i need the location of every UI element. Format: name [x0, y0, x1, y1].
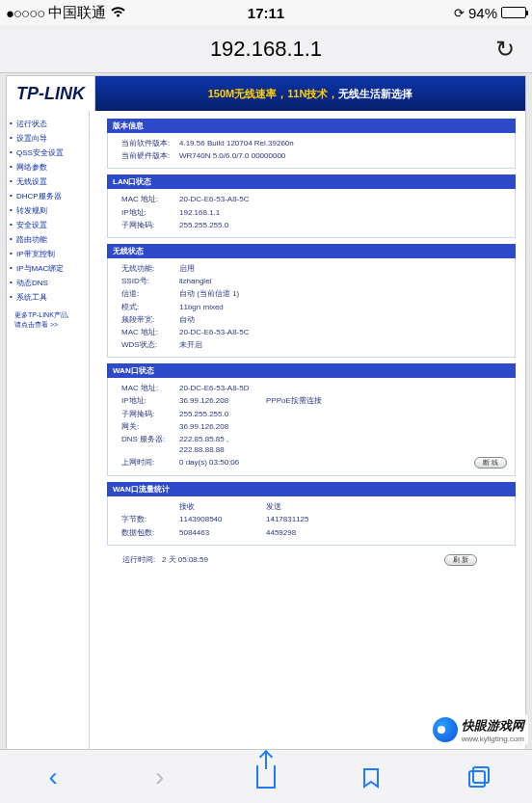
- sidebar-item[interactable]: 动态DNS: [7, 276, 89, 290]
- table-header: 接收发送: [121, 500, 507, 513]
- svg-rect-1: [473, 767, 489, 783]
- info-row: 数据包数:50844634459298: [121, 526, 507, 539]
- bookmarks-button[interactable]: [358, 763, 386, 791]
- svg-rect-0: [469, 771, 485, 787]
- info-row: 当前硬件版本:WR740N 5.0/6.0/7.0 00000000: [121, 149, 507, 162]
- tabs-button[interactable]: [465, 763, 493, 791]
- forward-button[interactable]: ›: [146, 763, 174, 791]
- brand-bar: TP-LINK 150M无线速率，11N技术， 无线生活新选择: [7, 76, 525, 111]
- sidebar-item[interactable]: 无线设置: [7, 174, 89, 189]
- info-row: MAC 地址:20-DC-E6-53-A8-5C: [121, 326, 507, 338]
- reload-icon[interactable]: ↻: [495, 36, 515, 63]
- info-row: 模式:11bgn mixed: [121, 301, 507, 313]
- battery-icon: [501, 7, 526, 18]
- panel-wan: WAN口状态MAC 地址:20-DC-E6-53-A8-5DIP地址:36.99…: [107, 363, 516, 476]
- info-row: 当前软件版本:4.19.56 Build 120704 Rel.39260n: [121, 137, 507, 149]
- wifi-icon: [110, 5, 126, 21]
- sidebar-item[interactable]: QSS安全设置: [7, 146, 89, 160]
- info-row: DNS 服务器:222.85.85.85 , 222.88.88.88: [121, 433, 507, 456]
- safari-toolbar: ‹ ›: [0, 749, 532, 803]
- info-row: 子网掩码:255.255.255.0: [121, 408, 507, 420]
- panel-traffic: WAN口流量统计接收发送字节数:11439085401417831125数据包数…: [107, 482, 516, 546]
- info-row: 网关:36.99.126.208: [121, 420, 507, 433]
- info-row: 子网掩码:255.255.255.0: [121, 219, 507, 231]
- panel-wifi: 无线状态无线功能:启用SSID号:lizhanglei信道:自动 (当前信道 1…: [107, 244, 516, 358]
- panel-lan: LAN口状态MAC 地址:20-DC-E6-53-A8-5CIP地址:192.1…: [107, 174, 516, 238]
- info-row: IP地址:36.99.126.208PPPoE按需连接: [121, 394, 507, 407]
- sidebar-item[interactable]: DHCP服务器: [7, 189, 89, 203]
- content-area: 版本信息当前软件版本:4.19.56 Build 120704 Rel.3926…: [90, 111, 525, 749]
- url-text: 192.168.1.1: [210, 37, 322, 62]
- more-products-link[interactable]: 更多TP-LINK产品,请点击查看 >>: [7, 305, 89, 330]
- runtime-row: 运行时间: 2 天 05:08:59 刷 新: [107, 551, 516, 565]
- sidebar-item[interactable]: 运行状态: [7, 117, 89, 131]
- signal-dots: ●○○○○: [6, 5, 44, 21]
- back-button[interactable]: ‹: [39, 763, 67, 791]
- info-row: MAC 地址:20-DC-E6-53-A8-5C: [121, 193, 507, 205]
- sidebar-item[interactable]: 转发规则: [7, 203, 89, 218]
- share-button[interactable]: [252, 763, 280, 791]
- sidebar-item[interactable]: IP与MAC绑定: [7, 261, 89, 276]
- disconnect-button[interactable]: 断 线: [474, 457, 507, 468]
- battery-percent: 94%: [468, 5, 497, 21]
- watermark-icon: [433, 717, 458, 742]
- info-row: 字节数:11439085401417831125: [121, 513, 507, 525]
- sidebar-item[interactable]: 网络参数: [7, 160, 89, 174]
- sidebar-item[interactable]: IP带宽控制: [7, 247, 89, 261]
- carrier-label: 中国联通: [48, 4, 106, 22]
- sidebar-item[interactable]: 安全设置: [7, 218, 89, 232]
- ios-status-bar: ●○○○○ 中国联通 17:11 ⟳ 94%: [0, 0, 532, 25]
- tplink-logo: TP-LINK: [7, 76, 95, 111]
- refresh-button[interactable]: 刷 新: [444, 554, 477, 566]
- sidebar-item[interactable]: 路由功能: [7, 232, 89, 247]
- info-row: IP地址:192.168.1.1: [121, 206, 507, 219]
- info-row: 上网时间:0 day(s) 03:50:06断 线: [121, 456, 507, 469]
- info-row: 无线功能:启用: [121, 262, 507, 275]
- clock: 17:11: [179, 5, 353, 21]
- sidebar: 运行状态设置向导QSS安全设置网络参数无线设置DHCP服务器转发规则安全设置路由…: [7, 111, 90, 749]
- browser-address-bar[interactable]: 192.168.1.1 ↻: [0, 25, 532, 73]
- page-viewport: TP-LINK 150M无线速率，11N技术， 无线生活新选择 运行状态设置向导…: [0, 73, 532, 749]
- info-row: MAC 地址:20-DC-E6-53-A8-5D: [121, 382, 507, 394]
- slogan: 150M无线速率，11N技术， 无线生活新选择: [95, 76, 525, 111]
- rotation-lock-icon: ⟳: [454, 6, 465, 20]
- info-row: WDS状态:未开启: [121, 338, 507, 351]
- sidebar-item[interactable]: 设置向导: [7, 131, 89, 146]
- info-row: SSID号:lizhanglei: [121, 275, 507, 287]
- info-row: 频段带宽:自动: [121, 313, 507, 326]
- info-row: 信道:自动 (当前信道 1): [121, 287, 507, 300]
- watermark: 快眼游戏网 www.kyligting.com: [429, 714, 528, 745]
- sidebar-item[interactable]: 系统工具: [7, 290, 89, 305]
- panel-version: 版本信息当前软件版本:4.19.56 Build 120704 Rel.3926…: [107, 119, 516, 169]
